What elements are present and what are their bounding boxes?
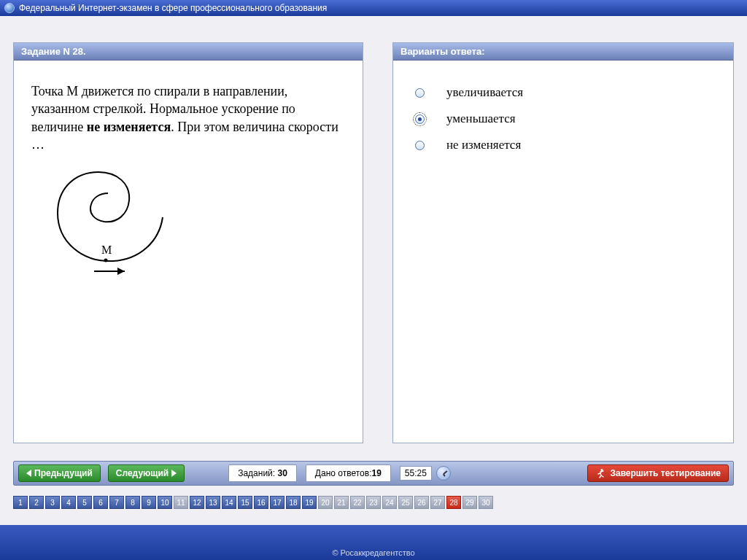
question-number-11[interactable]: 11: [174, 496, 188, 509]
svg-marker-2: [117, 268, 125, 275]
next-button[interactable]: Следующий: [108, 464, 185, 482]
tasks-total-box: Заданий: 30: [228, 464, 297, 482]
radio-icon[interactable]: [415, 141, 425, 150]
question-number-7[interactable]: 7: [109, 496, 124, 509]
workspace: Задание N 28. Точка М движется по спирал…: [0, 16, 747, 560]
question-number-5[interactable]: 5: [77, 496, 92, 509]
question-number-26[interactable]: 26: [414, 496, 429, 509]
question-number-2[interactable]: 2: [29, 496, 44, 509]
answer-option-1[interactable]: уменьшается: [415, 112, 711, 126]
answers-panel-header: Варианты ответа:: [393, 43, 733, 61]
answer-label: увеличивается: [446, 85, 523, 100]
arrow-left-icon: [26, 470, 31, 477]
window-title: Федеральный Интернет-экзамен в сфере про…: [19, 3, 327, 13]
finish-button[interactable]: Завершить тестирование: [587, 464, 729, 482]
question-number-14[interactable]: 14: [222, 496, 236, 509]
question-panel: Задание N 28. Точка М движется по спирал…: [13, 42, 363, 443]
timer-box: 55:25: [400, 466, 432, 481]
answers-given-box: Дано ответов:19: [306, 464, 391, 482]
answer-label: уменьшается: [446, 112, 516, 126]
answer-label: не изменяется: [446, 138, 521, 152]
question-number-22[interactable]: 22: [350, 496, 365, 509]
question-number-24[interactable]: 24: [382, 496, 397, 509]
question-number-15[interactable]: 15: [238, 496, 252, 509]
question-number-21[interactable]: 21: [334, 496, 349, 509]
question-number-1[interactable]: 1: [13, 496, 28, 509]
footer-copyright: © Росаккредагентство: [0, 548, 747, 557]
arrow-right-icon: [171, 470, 177, 477]
question-number-13[interactable]: 13: [206, 496, 220, 509]
point-m-label: M: [101, 244, 112, 256]
svg-point-0: [104, 259, 108, 262]
question-number-29[interactable]: 29: [462, 496, 477, 509]
question-number-6[interactable]: 6: [93, 496, 108, 509]
question-number-19[interactable]: 19: [302, 496, 317, 509]
question-number-30[interactable]: 30: [479, 496, 493, 509]
question-number-20[interactable]: 20: [318, 496, 333, 509]
question-number-28[interactable]: 28: [446, 496, 461, 509]
question-number-10[interactable]: 10: [158, 496, 172, 509]
footer-bar: © Росаккредагентство: [0, 525, 747, 560]
question-number-16[interactable]: 16: [254, 496, 268, 509]
clock-icon: [436, 466, 451, 481]
question-number-18[interactable]: 18: [286, 496, 301, 509]
question-number-8[interactable]: 8: [125, 496, 140, 509]
question-number-3[interactable]: 3: [45, 496, 60, 509]
radio-icon[interactable]: [415, 114, 425, 124]
runner-icon: [595, 468, 605, 478]
question-number-9[interactable]: 9: [142, 496, 156, 509]
question-number-4[interactable]: 4: [61, 496, 76, 509]
question-number-12[interactable]: 12: [190, 496, 204, 509]
nav-bar: Предыдущий Следующий Заданий: 30 Дано от…: [13, 461, 734, 486]
radio-icon[interactable]: [415, 88, 425, 98]
question-text: Точка М движется по спирали в направлени…: [31, 82, 345, 153]
question-panel-header: Задание N 28.: [14, 43, 363, 61]
spiral-figure: M: [31, 160, 345, 287]
question-number-25[interactable]: 25: [398, 496, 413, 509]
question-number-row: 1234567891011121314151617181920212223242…: [13, 496, 734, 509]
title-bar: Федеральный Интернет-экзамен в сфере про…: [0, 0, 747, 16]
question-number-27[interactable]: 27: [430, 496, 445, 509]
answer-option-0[interactable]: увеличивается: [415, 85, 711, 100]
globe-icon: [4, 3, 15, 13]
answer-option-2[interactable]: не изменяется: [415, 138, 711, 152]
question-number-23[interactable]: 23: [366, 496, 381, 509]
question-number-17[interactable]: 17: [270, 496, 285, 509]
answers-panel: Варианты ответа: увеличиваетсяуменьшаетс…: [392, 42, 734, 443]
prev-button[interactable]: Предыдущий: [18, 464, 101, 482]
